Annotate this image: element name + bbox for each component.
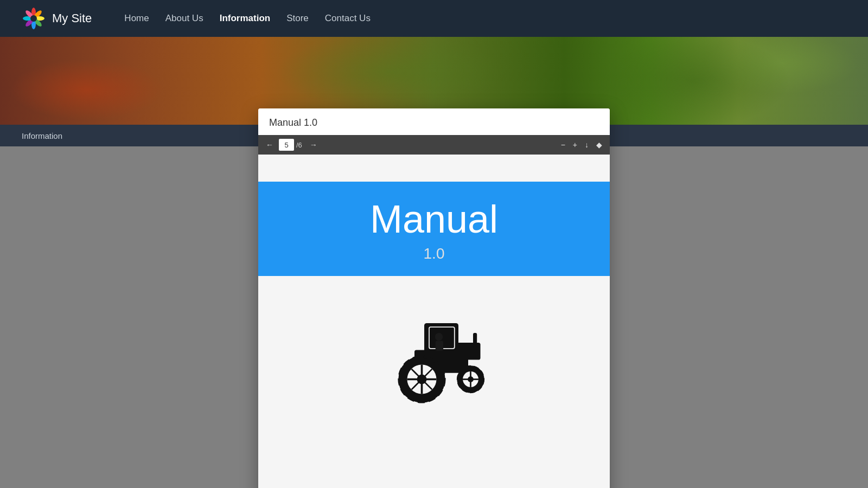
pdf-viewer-card: Manual 1.0 ← /6 → − + ↓ ◆ Manual 1.0 bbox=[258, 108, 610, 488]
pdf-manual-version-text: 1.0 bbox=[269, 245, 599, 262]
pdf-card-title: Manual 1.0 bbox=[269, 117, 317, 128]
svg-point-14 bbox=[435, 333, 443, 341]
svg-rect-15 bbox=[436, 341, 443, 351]
logo-area[interactable]: My Site bbox=[22, 7, 92, 30]
pdf-next-page-button[interactable]: → bbox=[307, 139, 321, 151]
nav-about-us[interactable]: About Us bbox=[165, 11, 203, 26]
pdf-page-body bbox=[258, 276, 610, 439]
pdf-download-button[interactable]: ↓ bbox=[582, 139, 592, 151]
pdf-prev-page-button[interactable]: ← bbox=[263, 139, 277, 151]
pdf-manual-title-text: Manual bbox=[269, 198, 599, 241]
main-content: Manual 1.0 ← /6 → − + ↓ ◆ Manual 1.0 bbox=[0, 146, 868, 488]
pdf-total-pages: /6 bbox=[296, 141, 302, 149]
pdf-toolbar: ← /6 → − + ↓ ◆ bbox=[258, 135, 610, 155]
pdf-current-page-input[interactable] bbox=[279, 139, 294, 151]
site-title: My Site bbox=[52, 11, 92, 25]
pdf-zoom-out-button[interactable]: − bbox=[558, 139, 569, 151]
pdf-settings-button[interactable]: ◆ bbox=[593, 139, 605, 151]
pdf-page-top-margin bbox=[258, 155, 610, 182]
nav-store[interactable]: Store bbox=[286, 11, 309, 26]
nav-information[interactable]: Information bbox=[220, 11, 271, 26]
pdf-zoom-in-button[interactable]: + bbox=[570, 139, 580, 151]
site-logo-icon bbox=[22, 7, 46, 30]
pdf-card-header: Manual 1.0 bbox=[258, 108, 610, 135]
svg-rect-31 bbox=[439, 367, 466, 373]
nav-contact-us[interactable]: Contact Us bbox=[325, 11, 371, 26]
pdf-page-content: Manual 1.0 bbox=[258, 155, 610, 488]
pdf-toolbar-right-controls: − + ↓ ◆ bbox=[558, 139, 605, 151]
sub-nav-title: Information bbox=[22, 131, 62, 140]
top-navigation: My Site Home About Us Information Store … bbox=[0, 0, 868, 37]
tractor-icon bbox=[380, 309, 488, 406]
svg-point-9 bbox=[30, 15, 37, 22]
nav-links: Home About Us Information Store Contact … bbox=[124, 11, 371, 26]
nav-home[interactable]: Home bbox=[124, 11, 149, 26]
pdf-title-banner: Manual 1.0 bbox=[258, 182, 610, 276]
svg-rect-16 bbox=[473, 333, 477, 348]
